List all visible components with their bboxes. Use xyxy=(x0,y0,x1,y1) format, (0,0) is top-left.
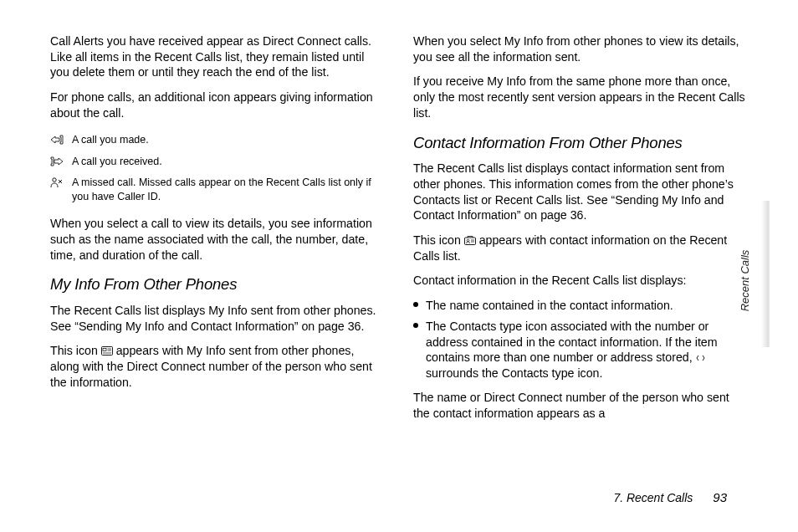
section-heading-my-info: My Info From Other Phones xyxy=(50,274,385,294)
left-column: Call Alerts you have received appear as … xyxy=(50,33,385,485)
paragraph: The name or Direct Connect number of the… xyxy=(413,390,748,421)
paragraph: When you select a call to view its detai… xyxy=(50,216,385,263)
my-info-card-icon xyxy=(101,344,113,353)
svg-rect-2 xyxy=(103,349,106,351)
text-fragment: The Contacts type icon associated with t… xyxy=(426,320,718,364)
side-tab: Recent Calls xyxy=(733,197,758,364)
right-column: When you select My Info from other phone… xyxy=(413,33,748,485)
paragraph: The Recent Calls list displays My Info s… xyxy=(50,303,385,334)
svg-rect-3 xyxy=(464,238,475,245)
paragraph: Contact information in the Recent Calls … xyxy=(413,273,748,289)
contact-card-icon xyxy=(464,233,476,243)
legend-row-incoming: A call you received. xyxy=(50,155,385,169)
svg-point-4 xyxy=(467,239,469,242)
paragraph: For phone calls, an additional icon appe… xyxy=(50,90,385,120)
two-column-layout: Call Alerts you have received appear as … xyxy=(50,33,748,485)
list-item: The Contacts type icon associated with t… xyxy=(413,319,748,381)
svg-point-0 xyxy=(53,178,56,182)
paragraph: This icon appears with My Info sent from… xyxy=(50,343,385,390)
legend-row-outgoing: A call you made. xyxy=(50,133,385,147)
missed-call-icon xyxy=(50,176,64,188)
outgoing-call-icon xyxy=(50,134,64,146)
page-footer: 7. Recent Calls 93 xyxy=(613,490,727,504)
call-icon-legend: A call you made. A call you received. A … xyxy=(50,133,385,205)
legend-text: A call you made. xyxy=(72,133,385,147)
footer-page-number: 93 xyxy=(713,490,727,504)
text-fragment: surrounds the Contacts type icon. xyxy=(426,366,602,380)
surround-arrows-icon xyxy=(696,350,705,359)
paragraph: Call Alerts you have received appear as … xyxy=(50,33,385,80)
paragraph: When you select My Info from other phone… xyxy=(413,33,748,64)
contact-info-bullets: The name contained in the contact inform… xyxy=(413,298,748,381)
text-fragment: This icon xyxy=(50,344,101,357)
section-heading-contact-info: Contact Information From Other Phones xyxy=(413,133,748,153)
paragraph: This icon appears with contact informati… xyxy=(413,233,748,263)
legend-text: A missed call. Missed calls appear on th… xyxy=(72,176,385,204)
footer-chapter-label: 7. Recent Calls xyxy=(613,491,693,504)
legend-row-missed: A missed call. Missed calls appear on th… xyxy=(50,176,385,204)
list-item: The name contained in the contact inform… xyxy=(413,298,748,314)
paragraph: The Recent Calls list displays contact i… xyxy=(413,161,748,223)
page-edge-shade xyxy=(761,201,770,347)
incoming-call-icon xyxy=(50,156,64,167)
text-fragment: This icon xyxy=(413,233,464,247)
side-tab-label: Recent Calls xyxy=(739,249,752,311)
legend-text: A call you received. xyxy=(72,155,385,169)
paragraph: If you receive My Info from the same pho… xyxy=(413,74,748,120)
